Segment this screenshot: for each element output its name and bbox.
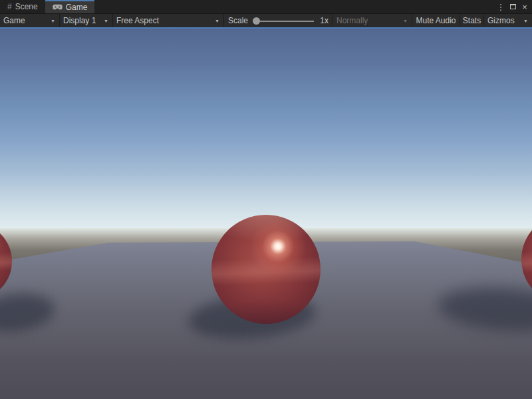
scale-label: Scale (228, 16, 248, 25)
tab-scene-label: Scene (15, 2, 38, 11)
grid-icon: # (7, 3, 12, 11)
window-controls: ⋮ × (495, 0, 531, 13)
game-popup[interactable]: Game ▼ (0, 14, 60, 27)
slider-track (257, 21, 314, 22)
gamepad-icon (53, 3, 63, 11)
chevron-down-icon: ▼ (215, 19, 219, 23)
tab-scene[interactable]: # Scene (0, 0, 45, 13)
chevron-down-icon: ▼ (523, 19, 528, 23)
scale-value: 1x (320, 16, 329, 25)
game-view-panel: # Scene Game ⋮ × Game ▼ Display 1 ▼ Free… (0, 0, 532, 399)
game-popup-label: Game (3, 16, 25, 25)
game-viewport[interactable] (0, 29, 532, 399)
stats-button[interactable]: Stats (460, 14, 484, 27)
chevron-down-icon: ▼ (51, 19, 55, 23)
tab-game[interactable]: Game (45, 0, 95, 13)
gizmos-popup[interactable]: Gizmos ▼ (484, 14, 532, 27)
display-popup[interactable]: Display 1 ▼ (60, 14, 113, 27)
close-icon[interactable]: × (519, 0, 531, 13)
chevron-down-icon: ▼ (104, 19, 108, 23)
play-mode-popup[interactable]: Normally ▼ (332, 14, 412, 27)
game-view-toolbar: Game ▼ Display 1 ▼ Free Aspect ▼ Scale 1… (0, 13, 532, 27)
aspect-ratio-popup[interactable]: Free Aspect ▼ (113, 14, 224, 27)
tab-bar: # Scene Game ⋮ × (0, 0, 532, 13)
mute-audio-button[interactable]: Mute Audio (412, 14, 460, 27)
chevron-down-icon: ▼ (403, 19, 408, 23)
maximize-icon[interactable] (507, 0, 519, 13)
scale-slider[interactable] (253, 14, 315, 28)
red-sphere-center (211, 215, 321, 324)
kebab-menu-icon[interactable]: ⋮ (495, 0, 507, 13)
sky-gradient (0, 29, 532, 231)
tab-game-label: Game (66, 3, 88, 12)
slider-knob[interactable] (253, 17, 260, 25)
gizmos-label: Gizmos (487, 16, 515, 25)
display-popup-label: Display 1 (63, 16, 96, 25)
scale-control: Scale 1x (224, 14, 332, 27)
play-mode-label: Normally (336, 16, 368, 25)
aspect-popup-label: Free Aspect (116, 16, 159, 25)
mute-audio-label: Mute Audio (416, 16, 456, 25)
stats-label: Stats (463, 16, 481, 25)
